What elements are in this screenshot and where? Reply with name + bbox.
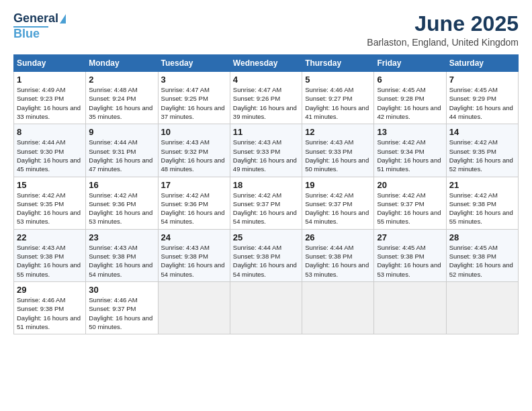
day-cell: 30 Sunrise: 4:46 AMSunset: 9:37 PMDaylig… [86,281,158,334]
week-row-2: 8 Sunrise: 4:44 AMSunset: 9:30 PMDayligh… [14,124,519,177]
day-info: Sunrise: 4:45 AMSunset: 9:38 PMDaylight:… [449,244,513,278]
day-number: 28 [449,232,515,242]
day-cell [158,281,230,334]
day-number: 4 [233,75,299,85]
day-cell [230,281,302,334]
day-cell: 21 Sunrise: 4:42 AMSunset: 9:38 PMDaylig… [446,177,518,229]
day-cell: 6 Sunrise: 4:45 AMSunset: 9:28 PMDayligh… [374,72,446,124]
day-number: 21 [449,180,515,190]
logo-triangle-icon [60,14,66,24]
day-info: Sunrise: 4:45 AMSunset: 9:28 PMDaylight:… [377,86,441,120]
day-number: 30 [89,285,154,295]
col-header-wednesday: Wednesday [230,55,302,72]
col-header-tuesday: Tuesday [158,55,230,72]
logo-blue: Blue [13,28,40,41]
day-cell: 24 Sunrise: 4:43 AMSunset: 9:38 PMDaylig… [158,229,230,281]
day-number: 26 [305,232,371,242]
day-info: Sunrise: 4:46 AMSunset: 9:38 PMDaylight:… [17,296,81,330]
day-info: Sunrise: 4:42 AMSunset: 9:36 PMDaylight:… [89,191,152,226]
day-number: 20 [377,180,443,190]
day-info: Sunrise: 4:48 AMSunset: 9:24 PMDaylight:… [89,86,152,120]
day-info: Sunrise: 4:43 AMSunset: 9:32 PMDaylight:… [161,138,225,173]
day-info: Sunrise: 4:45 AMSunset: 9:38 PMDaylight:… [377,244,441,278]
col-header-saturday: Saturday [446,55,518,72]
day-cell: 26 Sunrise: 4:44 AMSunset: 9:38 PMDaylig… [302,229,374,281]
day-number: 8 [17,127,83,137]
day-cell: 14 Sunrise: 4:42 AMSunset: 9:35 PMDaylig… [446,124,518,177]
day-number: 15 [17,180,83,190]
day-cell: 13 Sunrise: 4:42 AMSunset: 9:34 PMDaylig… [374,124,446,177]
day-info: Sunrise: 4:47 AMSunset: 9:26 PMDaylight:… [233,86,297,120]
col-header-sunday: Sunday [14,55,86,72]
day-cell: 3 Sunrise: 4:47 AMSunset: 9:25 PMDayligh… [158,72,230,124]
day-number: 14 [449,127,515,137]
day-cell: 25 Sunrise: 4:44 AMSunset: 9:38 PMDaylig… [230,229,302,281]
header: General Blue June 2025 Barlaston, Englan… [13,12,519,48]
week-row-1: 1 Sunrise: 4:49 AMSunset: 9:23 PMDayligh… [14,72,519,124]
day-number: 24 [161,232,227,242]
day-number: 22 [17,232,83,242]
day-cell: 17 Sunrise: 4:42 AMSunset: 9:36 PMDaylig… [158,177,230,229]
week-row-4: 22 Sunrise: 4:43 AMSunset: 9:38 PMDaylig… [14,229,519,281]
day-cell: 23 Sunrise: 4:43 AMSunset: 9:38 PMDaylig… [86,229,158,281]
day-cell: 9 Sunrise: 4:44 AMSunset: 9:31 PMDayligh… [86,124,158,177]
day-info: Sunrise: 4:42 AMSunset: 9:35 PMDaylight:… [17,191,81,226]
col-header-monday: Monday [86,55,158,72]
location: Barlaston, England, United Kingdom [367,37,519,48]
day-number: 17 [161,180,227,190]
month-title: June 2025 [367,12,519,36]
calendar-table: SundayMondayTuesdayWednesdayThursdayFrid… [13,54,519,334]
day-cell: 11 Sunrise: 4:43 AMSunset: 9:33 PMDaylig… [230,124,302,177]
day-number: 11 [233,127,299,137]
day-cell: 29 Sunrise: 4:46 AMSunset: 9:38 PMDaylig… [14,281,86,334]
day-info: Sunrise: 4:42 AMSunset: 9:35 PMDaylight:… [449,138,513,173]
week-row-5: 29 Sunrise: 4:46 AMSunset: 9:38 PMDaylig… [14,281,519,334]
day-info: Sunrise: 4:43 AMSunset: 9:38 PMDaylight:… [161,244,225,278]
day-cell: 5 Sunrise: 4:46 AMSunset: 9:27 PMDayligh… [302,72,374,124]
week-row-3: 15 Sunrise: 4:42 AMSunset: 9:35 PMDaylig… [14,177,519,229]
day-info: Sunrise: 4:44 AMSunset: 9:30 PMDaylight:… [17,138,81,173]
day-info: Sunrise: 4:42 AMSunset: 9:37 PMDaylight:… [233,191,297,226]
col-header-friday: Friday [374,55,446,72]
day-number: 27 [377,232,443,242]
day-info: Sunrise: 4:43 AMSunset: 9:33 PMDaylight:… [233,138,297,173]
day-info: Sunrise: 4:42 AMSunset: 9:36 PMDaylight:… [161,191,225,226]
day-number: 9 [89,127,154,137]
day-info: Sunrise: 4:44 AMSunset: 9:31 PMDaylight:… [89,138,152,173]
day-number: 18 [233,180,299,190]
day-info: Sunrise: 4:42 AMSunset: 9:37 PMDaylight:… [305,191,369,226]
day-number: 16 [89,180,154,190]
day-info: Sunrise: 4:43 AMSunset: 9:38 PMDaylight:… [89,244,152,278]
day-info: Sunrise: 4:46 AMSunset: 9:27 PMDaylight:… [305,86,369,120]
day-cell: 22 Sunrise: 4:43 AMSunset: 9:38 PMDaylig… [14,229,86,281]
day-cell: 20 Sunrise: 4:42 AMSunset: 9:37 PMDaylig… [374,177,446,229]
day-info: Sunrise: 4:42 AMSunset: 9:34 PMDaylight:… [377,138,441,173]
day-cell: 2 Sunrise: 4:48 AMSunset: 9:24 PMDayligh… [86,72,158,124]
day-info: Sunrise: 4:47 AMSunset: 9:25 PMDaylight:… [161,86,225,120]
day-number: 2 [89,75,154,85]
day-info: Sunrise: 4:45 AMSunset: 9:29 PMDaylight:… [449,86,513,120]
day-cell: 18 Sunrise: 4:42 AMSunset: 9:37 PMDaylig… [230,177,302,229]
day-info: Sunrise: 4:43 AMSunset: 9:33 PMDaylight:… [305,138,369,173]
day-cell: 12 Sunrise: 4:43 AMSunset: 9:33 PMDaylig… [302,124,374,177]
day-cell: 10 Sunrise: 4:43 AMSunset: 9:32 PMDaylig… [158,124,230,177]
day-cell: 28 Sunrise: 4:45 AMSunset: 9:38 PMDaylig… [446,229,518,281]
day-info: Sunrise: 4:44 AMSunset: 9:38 PMDaylight:… [233,244,297,278]
day-number: 6 [377,75,443,85]
day-cell: 19 Sunrise: 4:42 AMSunset: 9:37 PMDaylig… [302,177,374,229]
day-info: Sunrise: 4:42 AMSunset: 9:38 PMDaylight:… [449,191,513,226]
day-info: Sunrise: 4:43 AMSunset: 9:38 PMDaylight:… [17,244,81,278]
logo: General Blue [13,12,66,41]
day-number: 10 [161,127,227,137]
page: General Blue June 2025 Barlaston, Englan… [0,0,532,411]
day-cell: 8 Sunrise: 4:44 AMSunset: 9:30 PMDayligh… [14,124,86,177]
day-cell: 7 Sunrise: 4:45 AMSunset: 9:29 PMDayligh… [446,72,518,124]
day-cell: 1 Sunrise: 4:49 AMSunset: 9:23 PMDayligh… [14,72,86,124]
day-cell: 27 Sunrise: 4:45 AMSunset: 9:38 PMDaylig… [374,229,446,281]
day-number: 23 [89,232,154,242]
day-cell [446,281,518,334]
day-number: 19 [305,180,371,190]
day-cell [374,281,446,334]
logo-general: General [13,12,58,26]
day-info: Sunrise: 4:44 AMSunset: 9:38 PMDaylight:… [305,244,369,278]
